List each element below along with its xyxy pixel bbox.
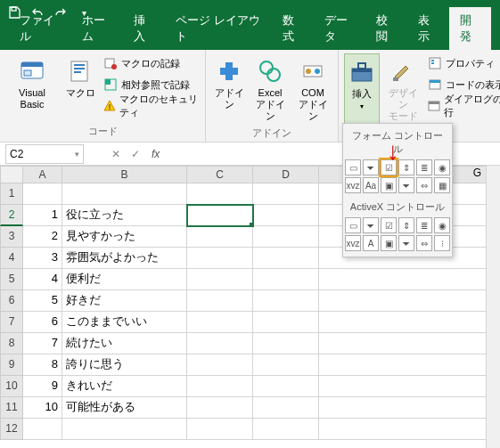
control-list[interactable]: ≣ — [416, 217, 432, 233]
control-label[interactable]: xvz — [345, 235, 361, 251]
control-image[interactable]: ▦ — [434, 177, 450, 193]
cell[interactable] — [187, 290, 253, 312]
cell[interactable]: 3 — [23, 248, 62, 269]
cell[interactable] — [187, 419, 253, 440]
control-check[interactable]: ☑ — [381, 159, 397, 175]
tab-insert[interactable]: 挿入 — [123, 7, 165, 50]
control-radio[interactable]: ◉ — [434, 217, 450, 233]
cell[interactable]: 9 — [23, 376, 62, 397]
control-combo2[interactable]: ⏷ — [398, 177, 414, 193]
col-header-d[interactable]: D — [253, 166, 319, 183]
row-header[interactable]: 6 — [0, 290, 23, 312]
macros-button[interactable]: マクロ — [62, 53, 98, 125]
control-check[interactable]: ☑ — [381, 217, 397, 233]
control-list[interactable]: ≣ — [416, 159, 432, 175]
cell[interactable] — [253, 183, 319, 205]
col-header-c[interactable]: C — [187, 166, 253, 183]
cell[interactable] — [62, 419, 187, 440]
cell[interactable] — [253, 419, 319, 440]
cell[interactable]: 見やすかった — [62, 226, 187, 248]
cell[interactable]: 可能性がある — [62, 397, 187, 419]
cell[interactable] — [253, 248, 319, 269]
cell[interactable] — [187, 333, 253, 354]
cell[interactable] — [187, 248, 253, 269]
cell[interactable] — [319, 376, 500, 397]
control-radio[interactable]: ◉ — [434, 159, 450, 175]
select-all-corner[interactable] — [0, 166, 23, 183]
cell[interactable] — [319, 312, 500, 333]
cell[interactable] — [319, 354, 500, 376]
row-header[interactable]: 5 — [0, 269, 23, 290]
run-dialog-button[interactable]: ダイアログの実行 — [426, 96, 500, 116]
control-button[interactable]: ▭ — [345, 159, 361, 175]
cell[interactable]: このままでいい — [62, 312, 187, 333]
row-header[interactable]: 8 — [0, 333, 23, 354]
cell[interactable] — [187, 376, 253, 397]
row-header[interactable]: 10 — [0, 376, 23, 397]
cell[interactable]: 5 — [23, 290, 62, 312]
cell[interactable] — [187, 312, 253, 333]
cell[interactable] — [253, 205, 319, 226]
control-more[interactable]: ⁝ — [434, 235, 450, 251]
control-frame[interactable]: ▣ — [381, 177, 397, 193]
cell[interactable] — [253, 354, 319, 376]
cell[interactable]: 6 — [23, 312, 62, 333]
row-header[interactable]: 7 — [0, 312, 23, 333]
tab-pagelayout[interactable]: ページ レイアウト — [165, 7, 271, 50]
cell[interactable]: 10 — [23, 397, 62, 419]
cell[interactable] — [253, 312, 319, 333]
cell[interactable]: 好きだ — [62, 290, 187, 312]
control-button[interactable]: ▭ — [345, 217, 361, 233]
control-Aa[interactable]: Aa — [363, 177, 379, 193]
tab-review[interactable]: 校閲 — [365, 7, 407, 50]
col-header-a[interactable]: A — [23, 166, 62, 183]
cell[interactable]: 誇りに思う — [62, 354, 187, 376]
cell[interactable]: 8 — [23, 354, 62, 376]
control-frame[interactable]: ▣ — [381, 235, 397, 251]
control-spin[interactable]: ⇕ — [398, 159, 414, 175]
cell[interactable] — [187, 397, 253, 419]
row-header[interactable]: 1 — [0, 183, 23, 205]
cancel-formula-icon[interactable]: ✕ — [109, 148, 123, 160]
properties-button[interactable]: プロパティ — [426, 53, 500, 73]
cell[interactable] — [187, 183, 253, 205]
col-header-b[interactable]: B — [62, 166, 187, 183]
cell[interactable]: 便利だ — [62, 269, 187, 290]
tab-view[interactable]: 表示 — [407, 7, 449, 50]
addins-button[interactable]: アドイン — [211, 53, 247, 126]
design-mode-button[interactable]: デザイン モード — [383, 53, 422, 127]
row-header[interactable]: 9 — [0, 354, 23, 376]
row-header[interactable]: 11 — [0, 397, 23, 419]
com-addins-button[interactable]: COM アドイン — [293, 53, 332, 126]
fx-icon[interactable]: fx — [152, 148, 160, 160]
cell[interactable] — [253, 226, 319, 248]
cell[interactable] — [187, 354, 253, 376]
cell[interactable] — [253, 269, 319, 290]
cell[interactable] — [187, 205, 253, 226]
view-code-button[interactable]: コードの表示 — [426, 75, 500, 94]
row-header[interactable]: 4 — [0, 248, 23, 269]
row-header[interactable]: 2 — [0, 205, 23, 226]
cell[interactable]: 雰囲気がよかった — [62, 248, 187, 269]
control-scroll[interactable]: ⇔ — [416, 177, 432, 193]
insert-control-button[interactable]: 挿入▾ — [344, 53, 380, 127]
cell[interactable] — [253, 333, 319, 354]
cell[interactable] — [23, 419, 62, 440]
control-scroll[interactable]: ⇔ — [416, 235, 432, 251]
excel-addins-button[interactable]: Excel アドイン — [250, 53, 290, 126]
control-spin[interactable]: ⇕ — [398, 217, 414, 233]
name-box[interactable]: C2▾ — [5, 144, 84, 164]
cell[interactable] — [253, 397, 319, 419]
cell[interactable] — [319, 269, 500, 290]
control-combo2[interactable]: ⏷ — [398, 235, 414, 251]
cell[interactable]: 7 — [23, 333, 62, 354]
tab-home[interactable]: ホーム — [71, 7, 123, 50]
tab-file[interactable]: ファイル — [9, 7, 71, 50]
cell[interactable]: 4 — [23, 269, 62, 290]
visual-basic-button[interactable]: Visual Basic — [5, 53, 59, 125]
cell[interactable] — [319, 419, 500, 440]
control-A[interactable]: A — [363, 235, 379, 251]
row-header[interactable]: 12 — [0, 419, 23, 440]
cell[interactable]: 続けたい — [62, 333, 187, 354]
tab-developer[interactable]: 開発 — [449, 7, 491, 50]
